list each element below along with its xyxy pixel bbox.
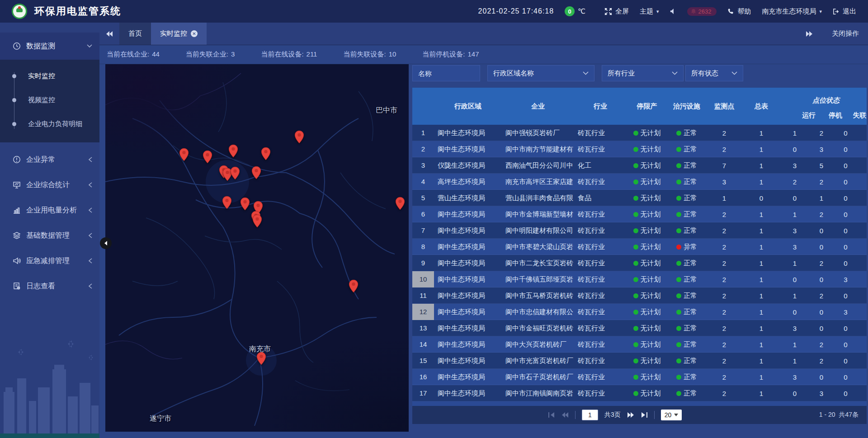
bullet-icon (12, 122, 16, 126)
mute-button[interactable] (670, 8, 676, 14)
map-pin-icon[interactable] (294, 130, 304, 144)
last-page-button[interactable] (641, 412, 648, 418)
table-row[interactable]: 5 营山生态环境局 营山县润丰肉食品有限 食品 无计划 正常 1 0 0 (412, 190, 867, 206)
cell-facility-status: 正常 (667, 161, 706, 170)
fullscreen-icon (604, 8, 612, 15)
table-row[interactable]: 3 仪陇生态环境局 西南油气田分公司川中 化工 无计划 正常 7 1 3 (412, 157, 867, 174)
table-row[interactable]: 8 阆中生态环境局 阆中市枣碧大梁山页岩 砖瓦行业 无计划 异常 2 1 3 (412, 239, 867, 255)
cell-stop-status: 无计划 (627, 357, 667, 365)
tabs-scroll-left-button[interactable] (99, 23, 119, 45)
table-row[interactable]: 6 阆中生态环境局 阆中市金博瑞新型墙材 砖瓦行业 无计划 正常 2 1 1 (412, 206, 867, 222)
table-row[interactable]: 11 阆中生态环境局 阆中市五马桥页岩机砖 砖瓦行业 无计划 正常 2 1 1 (412, 287, 867, 304)
sidebar-item-enterprise-abnormal[interactable]: 企业异常 (0, 147, 99, 172)
map-pin-icon[interactable] (261, 147, 271, 160)
table-row[interactable]: 1 阆中生态环境局 阆中强锐页岩砖厂 砖瓦行业 无计划 正常 2 1 1 (412, 125, 867, 141)
sidebar-item-video-monitoring[interactable]: 视频监控 (0, 88, 99, 112)
sidebar-item-power-load-detail[interactable]: 企业电力负荷明细 (0, 112, 99, 136)
map-pin-icon[interactable] (252, 214, 262, 228)
bullet-icon (12, 74, 16, 78)
cell-run: 3 (780, 227, 809, 235)
cell-lost: 0 (834, 325, 858, 332)
tabs-scroll-right-button[interactable] (806, 31, 813, 37)
region-select[interactable]: 行政区域名称 (487, 65, 594, 81)
panel-collapse-button[interactable] (100, 237, 112, 249)
table-row[interactable]: 17 阆中生态环境局 阆中市江南镇阆南页岩 砖瓦行业 无计划 正常 2 1 0 (412, 385, 867, 401)
table-row[interactable]: 10 阆中生态环境局 阆中千佛镇五郎垭页岩 砖瓦行业 无计划 正常 2 1 0 (412, 271, 867, 287)
sidebar-item-emergency-reduction[interactable]: 应急减排管理 (0, 248, 99, 273)
page-size-select[interactable]: 20 (661, 410, 682, 420)
status-dot-icon (633, 375, 638, 380)
next-page-button[interactable] (627, 412, 634, 418)
table-row[interactable]: 2 阆中生态环境局 阆中市南方节能建材有 砖瓦行业 无计划 正常 2 1 0 (412, 141, 867, 157)
table-body: 1 阆中生态环境局 阆中强锐页岩砖厂 砖瓦行业 无计划 正常 2 1 1 (412, 125, 867, 406)
status-dot-icon (633, 147, 638, 152)
status-dot-icon (676, 228, 681, 233)
map-pin-icon[interactable] (179, 148, 189, 161)
table-row[interactable]: 4 高坪生态环境局 南充市高坪区王家店建 砖瓦行业 无计划 正常 3 1 2 (412, 174, 867, 190)
cell-run: 0 (780, 276, 809, 283)
map-pin-icon[interactable] (230, 166, 240, 180)
chevron-left-icon (89, 258, 92, 264)
table-row[interactable]: 14 阆中生态环境局 阆中大兴页岩机砖厂 砖瓦行业 无计划 正常 2 1 1 (412, 336, 867, 353)
page-number-input[interactable] (582, 410, 598, 420)
map-pin-icon[interactable] (349, 279, 359, 293)
map-pin-icon[interactable] (395, 197, 405, 210)
sidebar-item-enterprise-statistics[interactable]: 企业综合统计 (0, 172, 99, 198)
sidebar-section-data-monitoring[interactable]: 数据监测 (0, 33, 99, 60)
table-row[interactable]: 13 阆中生态环境局 阆中市金福旺页岩机砖 砖瓦行业 无计划 正常 2 1 3 (412, 320, 867, 336)
top-header: 环保用电监管系统 2021-02-25 17:46:18 0 ℃ 全屏 主题▾ … (0, 0, 868, 23)
cell-halt: 0 (809, 276, 834, 283)
stat-label: 当前失联企业: (186, 50, 228, 59)
table-row[interactable]: 18 南部生态环境局 南部县建兴页岩机砖有 砖瓦行业 无计划 正常 2 1 0 (412, 401, 867, 406)
map-pin-icon[interactable] (203, 150, 212, 164)
table-header: 行政区域 企业 行业 停限产 治污设施 监测点 总表 点位状态 运行 停机 失联 (412, 88, 867, 125)
prev-page-button[interactable] (561, 412, 569, 418)
first-page-button[interactable] (548, 412, 555, 418)
map-pin-icon[interactable] (228, 144, 238, 158)
table-row[interactable]: 7 阆中生态环境局 阆中明阳建材有限公司 砖瓦行业 无计划 正常 2 1 3 (412, 222, 867, 239)
fullscreen-button[interactable]: 全屏 (604, 7, 629, 16)
status-select[interactable]: 所有状态 (685, 65, 743, 81)
cell-halt: 2 (809, 341, 834, 349)
table-row[interactable]: 16 阆中生态环境局 阆中市石子页岩机砖厂 砖瓦行业 无计划 正常 2 1 3 (412, 369, 867, 385)
map-pin-icon[interactable] (240, 197, 250, 211)
map-pin-icon[interactable] (222, 196, 232, 209)
col-header-company: 企业 (502, 102, 574, 111)
logout-button[interactable]: 退出 (833, 7, 856, 16)
cell-points: 7 (706, 162, 742, 170)
sidebar-item-power-analysis[interactable]: 企业用电量分析 (0, 198, 99, 223)
cell-run: 0 (780, 390, 809, 397)
cell-industry: 砖瓦行业 (574, 259, 627, 268)
col-header-lost: 失联 (848, 111, 868, 120)
map-pin-icon[interactable] (251, 166, 261, 179)
cell-company: 西南油气田分公司川中 (502, 161, 574, 170)
help-button[interactable]: 帮助 (727, 7, 751, 16)
cell-company: 阆中强锐页岩砖厂 (502, 129, 574, 137)
notification-badge[interactable]: 2632 (687, 7, 717, 16)
cell-industry: 砖瓦行业 (574, 275, 627, 284)
org-dropdown[interactable]: 南充市生态环境局▾ (762, 7, 822, 16)
sidebar-item-realtime-monitoring[interactable]: 实时监控 (0, 64, 99, 88)
sidebar-item-base-data[interactable]: 基础数据管理 (0, 223, 99, 248)
sidebar-item-log-view[interactable]: 日志查看 (0, 273, 99, 299)
table-row[interactable]: 15 阆中生态环境局 阆中市光富页岩机砖厂 砖瓦行业 无计划 正常 2 1 1 (412, 353, 867, 369)
map-pin-icon[interactable] (256, 352, 266, 365)
close-icon[interactable]: ✕ (191, 30, 198, 37)
cell-company: 南充市高坪区王家店建 (502, 178, 574, 186)
cell-industry: 砖瓦行业 (574, 178, 627, 186)
close-operations-button[interactable]: 关闭操作 (832, 29, 859, 38)
cell-company: 阆中市五马桥页岩机砖 (502, 292, 574, 300)
status-dot-icon (676, 212, 681, 217)
cell-row-number: 3 (412, 157, 434, 174)
cell-facility-status: 正常 (667, 129, 706, 137)
name-search-input[interactable] (412, 65, 480, 81)
industry-select[interactable]: 所有行业 (602, 65, 684, 81)
tab-home[interactable]: 首页 (119, 23, 151, 45)
table-row[interactable]: 12 阆中生态环境局 阆中市忠信建材有限公 砖瓦行业 无计划 正常 2 1 0 (412, 304, 867, 320)
theme-dropdown[interactable]: 主题▾ (640, 7, 659, 16)
tab-realtime-monitoring[interactable]: 实时监控 ✕ (151, 23, 207, 45)
map-shading (105, 64, 409, 432)
table-row[interactable]: 9 阆中生态环境局 阆中市二龙长宝页岩砖 砖瓦行业 无计划 正常 2 1 1 (412, 255, 867, 271)
map-panel[interactable]: 巴中市 南充市 遂宁市 (105, 64, 409, 432)
cell-run: 0 (780, 194, 809, 202)
